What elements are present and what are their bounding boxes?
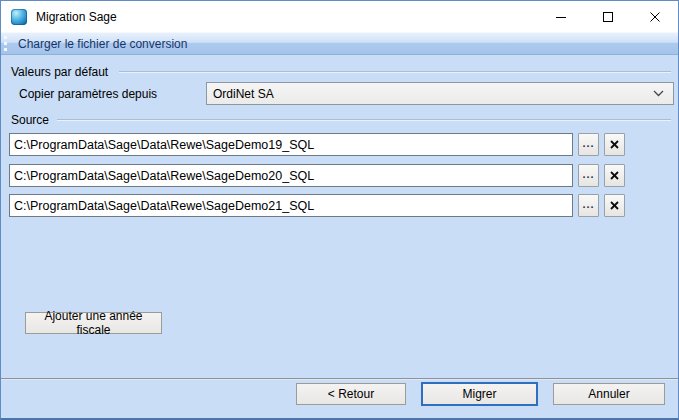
app-icon <box>11 9 27 25</box>
ellipsis-icon: ... <box>582 201 594 207</box>
browse-button-1[interactable]: ... <box>578 133 599 156</box>
back-button[interactable]: < Retour <box>296 383 406 405</box>
minimize-icon <box>555 11 567 23</box>
maximize-button[interactable] <box>584 1 631 32</box>
defaults-group-line <box>119 71 671 73</box>
source-row: ... <box>9 164 629 187</box>
browse-button-2[interactable]: ... <box>578 164 599 187</box>
minimize-button[interactable] <box>537 1 584 32</box>
titlebar[interactable]: Migration Sage <box>1 1 678 32</box>
maximize-icon <box>602 11 614 23</box>
x-icon <box>610 171 619 180</box>
remove-button-1[interactable] <box>604 133 625 156</box>
defaults-group-label: Valeurs par défaut <box>11 65 108 79</box>
x-icon <box>610 140 619 149</box>
source-row: ... <box>9 194 629 217</box>
migrate-button[interactable]: Migrer <box>421 382 538 406</box>
toolbar-grip-icon[interactable] <box>4 36 10 51</box>
source-row: ... <box>9 133 629 156</box>
step-header: Charger le fichier de conversion <box>1 32 678 55</box>
window-title: Migration Sage <box>36 10 117 24</box>
cancel-button[interactable]: Annuler <box>553 383 665 405</box>
source-path-input-2[interactable] <box>9 164 573 187</box>
close-button[interactable] <box>631 1 678 32</box>
migration-sage-window: Migration Sage Charger le fichier de con… <box>0 0 679 420</box>
source-path-input-1[interactable] <box>9 133 573 156</box>
window-controls <box>537 1 678 32</box>
close-icon <box>649 11 661 23</box>
step-title: Charger le fichier de conversion <box>18 37 187 51</box>
ellipsis-icon: ... <box>582 140 594 146</box>
remove-button-2[interactable] <box>604 164 625 187</box>
copy-from-label: Copier paramètres depuis <box>19 87 157 101</box>
source-group-line <box>57 119 671 121</box>
chevron-down-icon <box>653 90 664 97</box>
footer-separator <box>1 378 678 380</box>
add-fiscal-year-button[interactable]: Ajouter une année fiscale <box>25 312 162 334</box>
ellipsis-icon: ... <box>582 171 594 177</box>
x-icon <box>610 201 619 210</box>
copy-from-combobox[interactable]: OrdiNet SA <box>206 82 674 105</box>
browse-button-3[interactable]: ... <box>578 194 599 217</box>
source-group-label: Source <box>11 113 49 127</box>
source-path-input-3[interactable] <box>9 194 573 217</box>
copy-from-selected-value: OrdiNet SA <box>213 87 653 101</box>
remove-button-3[interactable] <box>604 194 625 217</box>
